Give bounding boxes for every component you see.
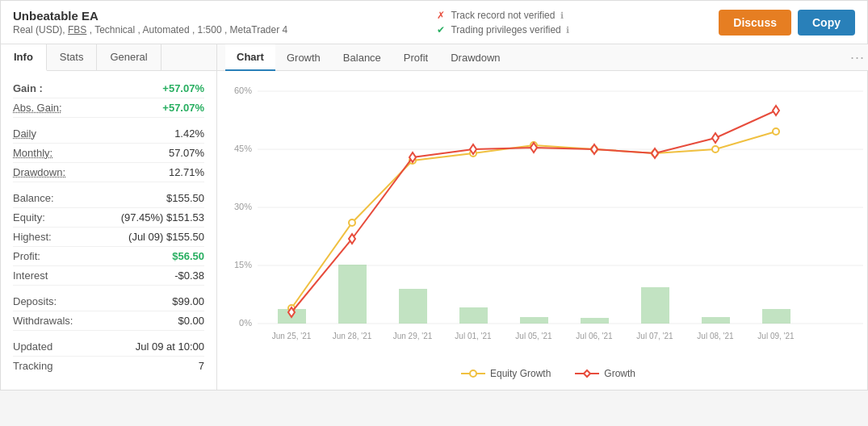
svg-point-26 [712, 146, 719, 152]
legend-growth-icon [575, 369, 599, 378]
svg-text:30%: 30% [234, 202, 252, 211]
chart-tab-chart[interactable]: Chart [225, 44, 275, 71]
trading-privileges-status: ✔ Trading privileges verified ℹ [437, 24, 569, 36]
abs-gain-label: Abs. Gain: [13, 102, 62, 114]
chart-tab-balance[interactable]: Balance [332, 45, 392, 70]
chart-area: 60% 45% 30% 15% 0% [217, 71, 868, 390]
header-center: ✗ Track record not verified ℹ ✔ Trading … [437, 10, 569, 36]
interest-value: -$0.38 [174, 269, 204, 282]
svg-rect-14 [520, 317, 548, 324]
tab-general[interactable]: General [97, 44, 161, 70]
svg-rect-17 [702, 317, 730, 324]
drawdown-value: 12.71% [169, 166, 204, 178]
tab-stats[interactable]: Stats [47, 44, 98, 70]
drawdown-label: Drawdown: [13, 166, 65, 178]
stat-equity: Equity: (97.45%) $151.53 [13, 208, 204, 228]
stat-withdrawals: Withdrawals: $0.00 [13, 311, 204, 331]
left-tabs: Info Stats General [1, 44, 216, 71]
header-actions: Discuss Copy [719, 10, 855, 36]
chart-options-button[interactable]: ··· [844, 46, 868, 69]
legend-equity: Equity Growth [461, 368, 551, 379]
gain-value: +57.07% [162, 82, 204, 94]
svg-text:45%: 45% [234, 144, 252, 153]
svg-point-27 [773, 128, 779, 135]
stat-gain: Gain : +57.07% [13, 79, 204, 98]
svg-marker-35 [712, 133, 719, 143]
deposits-value: $99.00 [172, 295, 204, 307]
svg-text:Jun 28, '21: Jun 28, '21 [333, 332, 372, 340]
svg-rect-11 [338, 265, 367, 324]
header-left: Unbeatable EA Real (USD), FBS , Technica… [13, 9, 287, 36]
discuss-button[interactable]: Discuss [719, 10, 791, 36]
profit-value: $56.50 [172, 250, 204, 262]
svg-rect-15 [581, 318, 609, 324]
svg-rect-12 [399, 289, 427, 324]
balance-value: $155.50 [166, 192, 204, 204]
deposits-label: Deposits: [13, 295, 57, 307]
track-record-status: ✗ Track record not verified ℹ [437, 10, 569, 21]
updated-label: Updated [13, 340, 52, 353]
legend-growth-label: Growth [604, 368, 635, 379]
stat-tracking: Tracking 7 [13, 357, 204, 375]
chart-tab-profit[interactable]: Profit [392, 45, 439, 70]
svg-marker-36 [773, 106, 779, 115]
stat-drawdown: Drawdown: 12.71% [13, 163, 204, 182]
svg-text:Jul 08, '21: Jul 08, '21 [697, 332, 734, 340]
svg-marker-34 [652, 148, 658, 158]
svg-text:60%: 60% [234, 86, 252, 95]
tab-info[interactable]: Info [1, 44, 47, 71]
chart-tab-drawdown[interactable]: Drawdown [439, 45, 511, 70]
stat-daily: Daily 1.42% [13, 124, 204, 144]
left-panel: Info Stats General Gain : +57.07% Abs. G… [1, 44, 217, 390]
equity-value: (97.45%) $151.53 [121, 211, 204, 223]
gain-label: Gain : [13, 82, 43, 94]
profit-label: Profit: [13, 250, 40, 262]
legend-growth: Growth [575, 368, 635, 379]
svg-point-47 [470, 370, 476, 377]
monthly-label: Monthly: [13, 147, 52, 159]
equity-label: Equity: [13, 211, 45, 223]
daily-value: 1.42% [174, 127, 204, 140]
updated-value: Jul 09 at 10:00 [136, 340, 204, 353]
page-title: Unbeatable EA [13, 9, 287, 23]
stat-abs-gain: Abs. Gain: +57.07% [13, 98, 204, 118]
stat-monthly: Monthly: 57.07% [13, 144, 204, 163]
abs-gain-value: +57.07% [162, 102, 204, 114]
privileges-info-icon[interactable]: ℹ [566, 25, 569, 35]
track-info-icon[interactable]: ℹ [560, 10, 564, 20]
monthly-value: 57.07% [169, 147, 204, 159]
svg-text:Jul 09, '21: Jul 09, '21 [757, 332, 795, 340]
highest-label: Highest: [13, 231, 52, 243]
svg-text:Jul 01, '21: Jul 01, '21 [455, 332, 492, 340]
svg-rect-18 [762, 309, 790, 324]
tracking-label: Tracking [13, 360, 52, 372]
tracking-value: 7 [199, 360, 204, 372]
right-panel: Chart Growth Balance Profit Drawdown ···… [217, 44, 868, 390]
stat-profit: Profit: $56.50 [13, 247, 204, 266]
svg-text:0%: 0% [239, 318, 252, 328]
chart-svg: 60% 45% 30% 15% 0% [229, 79, 867, 361]
svg-rect-16 [641, 287, 669, 324]
svg-text:Jul 07, '21: Jul 07, '21 [636, 332, 673, 340]
stat-highest: Highest: (Jul 09) $155.50 [13, 228, 204, 247]
stats-table: Gain : +57.07% Abs. Gain: +57.07% Daily … [1, 71, 216, 383]
svg-text:Jun 25, '21: Jun 25, '21 [272, 332, 312, 340]
header: Unbeatable EA Real (USD), FBS , Technica… [1, 1, 867, 44]
legend-equity-icon [461, 369, 485, 378]
copy-button[interactable]: Copy [798, 10, 855, 36]
svg-rect-13 [459, 307, 488, 324]
stat-interest: Interest -$0.38 [13, 266, 204, 286]
header-subtitle: Real (USD), FBS , Technical , Automated … [13, 24, 287, 36]
svg-text:15%: 15% [234, 260, 252, 269]
svg-marker-33 [591, 144, 598, 154]
withdrawals-label: Withdrawals: [13, 315, 73, 327]
chart-legend: Equity Growth Growth [229, 364, 867, 386]
svg-text:Jul 06, '21: Jul 06, '21 [576, 332, 613, 340]
svg-text:Jun 29, '21: Jun 29, '21 [393, 332, 433, 340]
x-icon: ✗ [437, 10, 445, 21]
main-content: Info Stats General Gain : +57.07% Abs. G… [1, 44, 867, 390]
chart-tab-growth[interactable]: Growth [275, 45, 332, 70]
interest-label: Interest [13, 269, 48, 282]
check-icon: ✔ [437, 24, 445, 36]
stat-updated: Updated Jul 09 at 10:00 [13, 337, 204, 357]
